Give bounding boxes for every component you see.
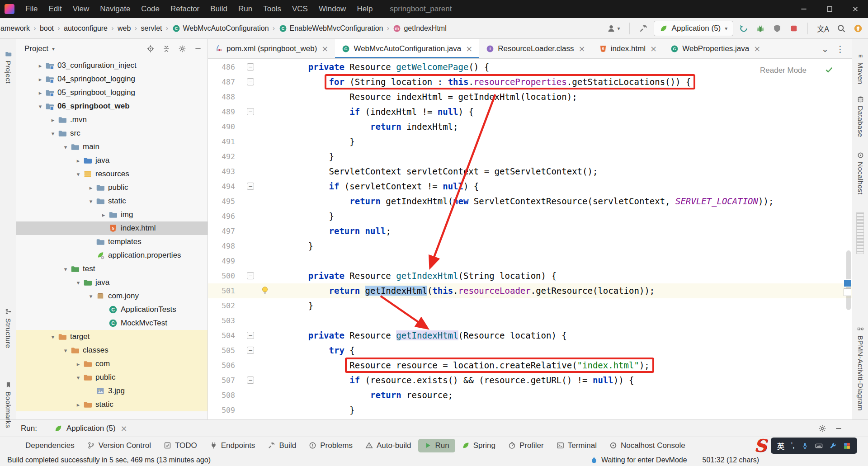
breadcrumb-item[interactable]: autoconfigure [63,24,108,33]
menu-build[interactable]: Build [205,0,233,18]
toolwindow-button-version-control[interactable]: Version Control [81,439,157,452]
tree-row[interactable]: ▸static [16,398,208,411]
editor-tab[interactable]: CWebProperties.java× [664,39,767,58]
chevron-down-icon[interactable]: ⌄ [821,44,829,54]
fold-icon[interactable]: − [247,377,254,384]
tree-row[interactable]: 5index.html [16,221,208,235]
locate-file-button[interactable] [146,45,155,53]
ime-punctuation-toggle[interactable]: ’, [791,441,795,450]
tree-row[interactable]: ▾target [16,330,208,344]
fold-icon[interactable]: − [247,63,254,71]
debug-button[interactable] [754,24,767,33]
close-icon[interactable]: × [754,45,760,53]
menu-window[interactable]: Window [313,0,351,18]
chevron-down-icon[interactable]: ▾ [48,334,58,340]
chevron-down-icon[interactable]: ▾ [86,293,96,300]
tree-row[interactable]: ▸03_configuration_inject [16,59,208,72]
close-icon[interactable]: × [650,45,657,53]
minimize-button[interactable] [791,0,816,18]
tool-stripe-button-maven[interactable]: mMaven [852,52,868,85]
tree-row[interactable]: application.properties [16,249,208,262]
tool-stripe-button-nocalhost[interactable]: Nocalhost [852,152,868,195]
collapse-all-button[interactable] [162,45,170,53]
chevron-right-icon[interactable]: ▸ [35,89,45,96]
chevron-down-icon[interactable]: ▾ [61,266,71,273]
settings-button[interactable] [178,45,186,53]
chevron-right-icon[interactable]: ▸ [99,212,108,218]
ime-keyboard-button[interactable] [815,442,823,450]
tree-row[interactable]: ▸05_springboot_logging [16,86,208,99]
ime-language-toggle[interactable]: 英 [777,440,785,452]
editor-tab[interactable]: mpom.xml (springboot_web)× [208,39,335,58]
tree-row[interactable]: ▾06_springboot_web [16,99,208,113]
rerun-button[interactable] [737,24,750,33]
menu-code[interactable]: Code [136,0,165,18]
tree-row[interactable]: ▸img [16,208,208,221]
close-button[interactable] [842,0,868,18]
chevron-down-icon[interactable]: ▾ [73,171,83,178]
breadcrumb-item[interactable]: amework [0,24,30,33]
coverage-button[interactable] [771,24,783,33]
code-editor[interactable]: 486− private Resource getWelcomePage() {… [208,59,852,419]
bulb-icon[interactable] [260,286,269,295]
more-vertical-icon[interactable]: ⋮ [836,44,844,54]
tool-stripe-button-project[interactable]: Project [0,51,16,84]
chevron-down-icon[interactable]: ▾ [48,130,58,137]
chevron-right-icon[interactable]: ▸ [73,361,83,367]
breadcrumb-item[interactable]: CEnableWebMvcConfiguration [278,24,384,33]
fold-icon[interactable]: − [247,78,254,85]
fold-icon[interactable]: − [247,332,254,339]
inspections-widget[interactable] [825,65,834,76]
ime-grid-button[interactable] [843,442,851,450]
chevron-down-icon[interactable]: ▾ [61,144,71,151]
menu-file[interactable]: File [20,0,43,18]
tree-row[interactable]: CApplicationTests [16,303,208,316]
chevron-down-icon[interactable]: ▾ [73,374,83,381]
tree-row[interactable]: ▾src [16,127,208,140]
fold-icon[interactable]: − [247,108,254,115]
sogou-logo[interactable]: S [754,437,766,454]
tree-row[interactable]: ▾main [16,140,208,154]
fold-icon[interactable]: − [247,272,254,279]
menu-view[interactable]: View [67,0,95,18]
chevron-down-icon[interactable]: ▾ [61,347,71,354]
translate-button[interactable]: 文A [815,23,831,34]
tree-row[interactable]: ▾static [16,194,208,208]
tree-row[interactable]: ▾test [16,262,208,276]
tree-row[interactable]: 3.jpg [16,384,208,398]
breadcrumb-item[interactable]: servlet [140,24,162,33]
hide-panel-button[interactable] [194,45,202,53]
chevron-right-icon[interactable]: ▸ [73,401,83,408]
tree-row[interactable]: ▸.mvn [16,113,208,127]
tool-stripe-button-bookmarks[interactable]: Bookmarks [0,381,16,428]
reader-mode-toggle[interactable]: Reader Mode [760,66,807,75]
fold-icon[interactable]: − [247,183,254,190]
fold-icon[interactable]: − [247,347,254,354]
tree-row[interactable]: ▸public [16,181,208,194]
close-icon[interactable]: × [321,45,328,53]
settings-button[interactable] [818,424,826,433]
menu-edit[interactable]: Edit [43,0,67,18]
tree-row[interactable]: ▸java [16,154,208,167]
toolwindow-button-dependencies[interactable]: Dependencies [8,439,80,452]
menu-tools[interactable]: Tools [258,0,287,18]
maximize-button[interactable] [816,0,842,18]
ime-mic-button[interactable] [801,442,809,450]
editor-tab[interactable]: IResourceLoader.class× [479,39,592,58]
toolwindow-button-build[interactable]: Build [262,439,302,452]
chevron-right-icon[interactable]: ▸ [86,184,96,191]
toolwindow-button-auto-build[interactable]: Auto-build [359,439,417,452]
chevron-right-icon[interactable]: ▸ [73,157,83,164]
project-view-selector[interactable]: Project ▾ [24,44,55,53]
toolwindow-button-endpoints[interactable]: Endpoints [204,439,261,452]
breadcrumb-item[interactable]: web [117,24,131,33]
tree-row[interactable]: ▾classes [16,344,208,357]
toolwindow-button-todo[interactable]: TODO [158,439,203,452]
breadcrumb-item[interactable]: boot [39,24,54,33]
chevron-down-icon[interactable]: ▾ [73,279,83,286]
update-button[interactable] [852,24,864,33]
tool-stripe-button-bpmn-activiti-diagram[interactable]: BPMN-Activiti-Diagram [852,325,868,411]
toolwindow-button-profiler[interactable]: Profiler [502,439,550,452]
hide-panel-button[interactable] [835,424,843,433]
chevron-right-icon[interactable]: ▸ [35,62,45,69]
